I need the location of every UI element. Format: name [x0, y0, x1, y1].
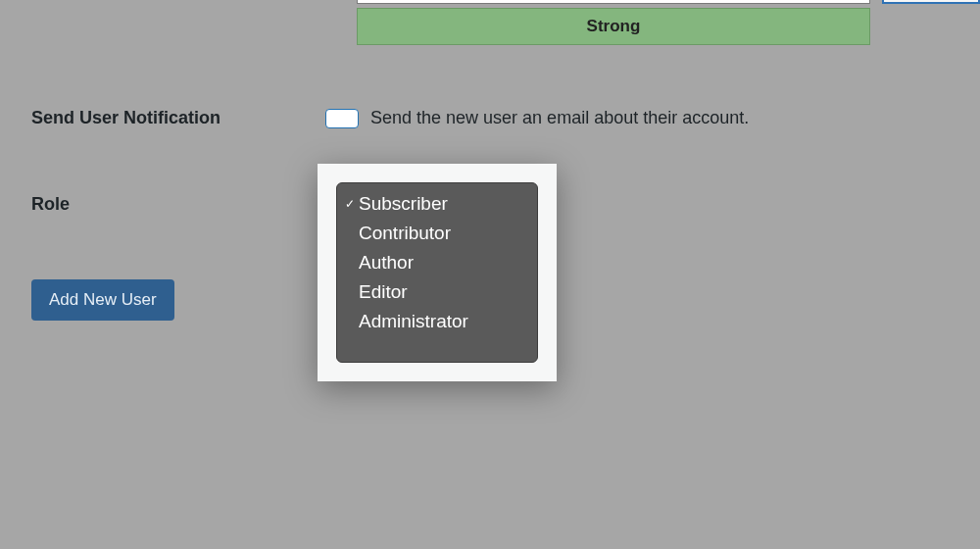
send-notification-checkbox[interactable]: [325, 109, 359, 128]
role-option-label: Administrator: [359, 311, 468, 332]
checkmark-icon: ✓: [343, 197, 357, 211]
add-new-user-button[interactable]: Add New User: [31, 279, 174, 321]
role-option-administrator[interactable]: ✓ Administrator: [337, 307, 537, 336]
label-role: Role: [0, 194, 325, 215]
role-option-author[interactable]: ✓ Author: [337, 248, 537, 277]
role-option-editor[interactable]: ✓ Editor: [337, 277, 537, 307]
label-send-user-notification: Send User Notification: [0, 108, 325, 128]
role-option-subscriber[interactable]: ✓ Subscriber: [337, 189, 537, 219]
role-option-label: Editor: [359, 281, 408, 303]
role-option-label: Author: [359, 252, 414, 274]
role-option-label: Subscriber: [359, 193, 448, 215]
password-input-outline[interactable]: [357, 0, 870, 4]
row-send-user-notification: Send User Notification Send the new user…: [0, 108, 749, 128]
row-role: Role: [0, 194, 325, 215]
password-strength-label: Strong: [587, 17, 641, 36]
generate-password-button-fragment[interactable]: [882, 0, 980, 4]
role-select-popover: ✓ Subscriber ✓ Contributor ✓ Author ✓ Ed…: [318, 164, 557, 381]
password-strength-meter: Strong: [357, 8, 870, 45]
submit-row: Add New User: [31, 279, 174, 321]
role-select-listbox[interactable]: ✓ Subscriber ✓ Contributor ✓ Author ✓ Ed…: [336, 182, 538, 363]
role-option-label: Contributor: [359, 223, 451, 244]
send-notification-description: Send the new user an email about their a…: [370, 108, 749, 128]
role-option-contributor[interactable]: ✓ Contributor: [337, 219, 537, 248]
